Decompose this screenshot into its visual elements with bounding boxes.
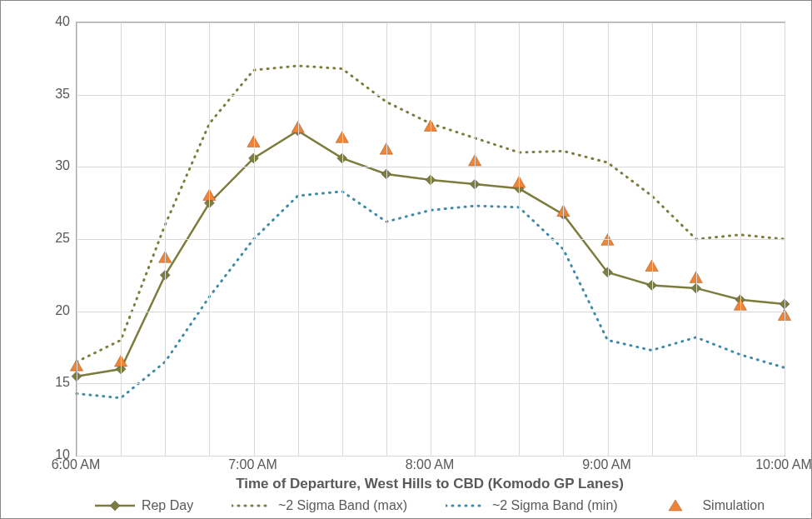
y-tick-label: 15: [37, 375, 70, 390]
legend-label: Rep Day: [142, 498, 193, 513]
legend-swatch: [655, 499, 695, 512]
gridline-vertical: [298, 22, 299, 456]
legend: Rep Day~2 Sigma Band (max)~2 Sigma Band …: [76, 498, 784, 513]
x-tick-label: 9:00 AM: [582, 457, 631, 472]
gridline-vertical: [475, 22, 476, 456]
gridline-vertical: [77, 22, 77, 456]
gridline-vertical: [608, 22, 609, 456]
y-tick-label: 30: [37, 158, 70, 173]
gridline-vertical: [342, 22, 343, 456]
gridline-vertical: [386, 22, 387, 456]
gridline-vertical: [740, 22, 741, 456]
gridline-vertical: [785, 22, 785, 456]
legend-label: ~2 Sigma Band (max): [278, 498, 407, 513]
legend-swatch: [232, 499, 271, 512]
gridline-vertical: [652, 22, 653, 456]
gridline-vertical: [696, 22, 697, 456]
legend-label: Simulation: [702, 498, 765, 513]
gridline-vertical: [121, 22, 122, 456]
gridline-vertical: [431, 22, 431, 456]
x-axis-label: Time of Departure, West Hills to CBD (Ko…: [76, 476, 784, 492]
legend-swatch: [446, 499, 486, 512]
legend-item: Simulation: [655, 498, 765, 513]
y-tick-label: 35: [37, 87, 70, 102]
gridline-vertical: [209, 22, 210, 456]
legend-item: Rep Day: [95, 498, 193, 513]
y-tick-label: 40: [37, 14, 70, 29]
chart-frame: Travel Time, AM Peak Period Time of Depa…: [0, 0, 812, 519]
legend-label: ~2 Sigma Band (min): [492, 498, 618, 513]
x-tick-label: 8:00 AM: [406, 457, 455, 472]
gridline-vertical: [165, 22, 166, 456]
x-tick-label: 7:00 AM: [228, 457, 277, 472]
x-tick-label: 10:00 AM: [755, 457, 812, 472]
legend-swatch: [95, 499, 135, 512]
legend-item: ~2 Sigma Band (max): [232, 498, 407, 513]
x-tick-label: 6:00 AM: [52, 457, 101, 472]
y-tick-label: 25: [37, 231, 70, 246]
gridline-vertical: [519, 22, 520, 456]
legend-item: ~2 Sigma Band (min): [446, 498, 618, 513]
gridline-vertical: [563, 22, 564, 456]
y-tick-label: 20: [37, 303, 70, 318]
plot-area: [76, 22, 785, 457]
gridline-horizontal: [77, 456, 785, 457]
gridline-vertical: [254, 22, 255, 456]
